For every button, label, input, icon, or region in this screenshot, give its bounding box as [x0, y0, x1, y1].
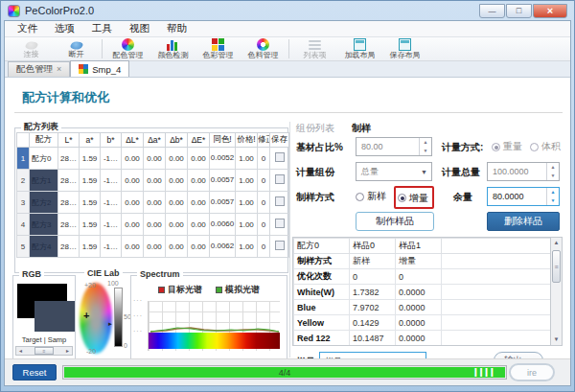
- value-cell[interactable]: 0: [258, 170, 270, 192]
- value-cell[interactable]: 0.00: [122, 170, 144, 192]
- value-cell[interactable]: 28…: [58, 236, 80, 258]
- value-cell[interactable]: 1.00: [236, 170, 258, 192]
- maximize-button[interactable]: [506, 4, 532, 18]
- value-cell[interactable]: -1…: [101, 148, 122, 170]
- menu-file[interactable]: 文件: [9, 21, 46, 36]
- result-row[interactable]: 制样方式新样增量: [294, 254, 551, 269]
- value-cell[interactable]: 1.59: [80, 236, 101, 258]
- spin-down-icon[interactable]: ▼: [547, 196, 559, 205]
- value-cell[interactable]: 1.00: [236, 214, 258, 236]
- value-cell[interactable]: 0.00: [144, 214, 166, 236]
- result-row[interactable]: Blue7.97020.0000: [294, 300, 551, 315]
- formula-name[interactable]: 配方3: [30, 214, 58, 236]
- tab-smp4[interactable]: Smp_4: [70, 60, 129, 77]
- value-cell[interactable]: -1…: [101, 170, 122, 192]
- formula-row[interactable]: 4配方328…1.59-1…0.000.000.000.000.00601.00…: [17, 214, 289, 236]
- spin-up-icon[interactable]: ▲: [547, 188, 559, 196]
- formula-name[interactable]: 配方1: [30, 170, 58, 192]
- value-cell[interactable]: 0.00: [144, 236, 166, 258]
- minimize-button[interactable]: [479, 4, 505, 18]
- weight-radio[interactable]: 重量: [492, 140, 522, 153]
- value-cell[interactable]: 0.00: [122, 214, 144, 236]
- formula-name[interactable]: 配方4: [30, 236, 58, 258]
- value-cell[interactable]: 0: [258, 148, 270, 170]
- make-sample-button[interactable]: 制作样品: [356, 212, 434, 231]
- value-cell[interactable]: 0.00: [144, 192, 166, 214]
- value-cell[interactable]: 1.00: [236, 148, 258, 170]
- formula-row[interactable]: 1配方028…1.59-1…0.000.000.000.000.00521.00…: [17, 148, 289, 170]
- value-cell[interactable]: 0.00: [166, 192, 188, 214]
- save-checkbox[interactable]: [275, 174, 285, 184]
- row-number[interactable]: 3: [17, 192, 30, 214]
- value-cell[interactable]: 1.59: [80, 170, 101, 192]
- close-button[interactable]: [533, 4, 567, 18]
- scroll-down-icon[interactable]: ▼: [554, 334, 560, 345]
- value-cell[interactable]: 0.00: [122, 192, 144, 214]
- value-cell[interactable]: 1.00: [236, 236, 258, 258]
- result-row[interactable]: Yellow0.14290.0000: [294, 315, 551, 331]
- formula-row[interactable]: 2配方128…1.59-1…0.000.000.000.000.00571.00…: [17, 170, 289, 192]
- new-sample-radio[interactable]: 新样: [356, 190, 386, 203]
- value-cell[interactable]: 1.59: [80, 148, 101, 170]
- toolbar-color-manage[interactable]: 色彩管理: [196, 37, 241, 60]
- result-table[interactable]: 配方0样品0样品1制样方式新样增量优化次数00White(W)1.73820.0…: [293, 238, 550, 346]
- value-cell[interactable]: -1…: [101, 192, 122, 214]
- scroll-thumb[interactable]: ≡: [34, 347, 54, 355]
- result-row[interactable]: Red 12210.14870.0000: [294, 331, 551, 346]
- value-cell[interactable]: 0.00: [166, 214, 188, 236]
- toolbar-color-matching[interactable]: 配色管理: [105, 37, 150, 60]
- value-cell[interactable]: 1.59: [80, 214, 101, 236]
- value-cell[interactable]: 0.0062: [210, 236, 236, 258]
- lightness-bar[interactable]: [114, 288, 123, 347]
- result-column-header[interactable]: 样品0: [350, 239, 396, 254]
- value-cell[interactable]: 0.0060: [210, 214, 236, 236]
- value-cell[interactable]: 0.00: [122, 148, 144, 170]
- row-number[interactable]: 4: [17, 214, 30, 236]
- value-cell[interactable]: 0: [258, 236, 270, 258]
- value-cell[interactable]: 0.00: [188, 236, 210, 258]
- formula-row[interactable]: 5配方428…1.59-1…0.000.000.000.000.00621.00…: [17, 236, 289, 258]
- rgb-scrollbar[interactable]: ◄ ≡ ►: [15, 346, 73, 356]
- spin-down-icon[interactable]: ▼: [420, 147, 431, 155]
- remain-spinner[interactable]: 80.0000 ▲▼: [487, 187, 560, 206]
- value-cell[interactable]: 28…: [58, 214, 80, 236]
- menu-options[interactable]: 选项: [46, 21, 83, 36]
- tab-close-icon[interactable]: ×: [57, 65, 61, 74]
- value-cell[interactable]: 28…: [58, 170, 80, 192]
- value-cell[interactable]: 0.00: [166, 148, 188, 170]
- total-spinner[interactable]: 100.0000 ▲▼: [487, 162, 560, 181]
- spin-up-icon[interactable]: ▲: [547, 163, 559, 172]
- row-number[interactable]: 1: [17, 148, 30, 170]
- value-cell[interactable]: 0.0057: [210, 192, 236, 214]
- reset-button[interactable]: Reset: [12, 364, 57, 380]
- formula-table[interactable]: 配方 L* a* b* ΔL* Δa* Δb* ΔE* 同色! 价格! 修正: …: [16, 132, 289, 258]
- value-cell[interactable]: -1…: [101, 236, 122, 258]
- value-cell[interactable]: 1.00: [236, 192, 258, 214]
- value-cell[interactable]: 0.0052: [210, 148, 236, 170]
- result-row[interactable]: White(W)1.73820.0000: [294, 285, 551, 300]
- component-dropdown[interactable]: 总量 ▼: [356, 162, 432, 181]
- spin-down-icon[interactable]: ▼: [547, 172, 559, 180]
- formula-name[interactable]: 配方2: [30, 192, 58, 214]
- value-cell[interactable]: 0: [258, 214, 270, 236]
- result-column-header[interactable]: 配方0: [294, 239, 350, 254]
- scroll-left-icon[interactable]: ◄: [16, 348, 25, 354]
- toolbar-load-layout[interactable]: 加载布局: [337, 37, 382, 60]
- save-checkbox[interactable]: [275, 219, 285, 228]
- result-column-header[interactable]: 样品1: [396, 239, 442, 254]
- value-cell[interactable]: 0.00: [188, 214, 210, 236]
- formula-name[interactable]: 配方0: [30, 148, 58, 170]
- toolbar-save-layout[interactable]: 保存布局: [382, 37, 427, 60]
- value-cell[interactable]: 0.00: [166, 236, 188, 258]
- row-number[interactable]: 2: [17, 170, 30, 192]
- save-checkbox[interactable]: [275, 241, 285, 250]
- toolbar-disconnect[interactable]: 断开: [54, 37, 99, 60]
- toolbar-colorant-manage[interactable]: 色料管理: [241, 37, 286, 60]
- value-cell[interactable]: 0.00: [122, 236, 144, 258]
- value-cell[interactable]: 0.00: [144, 148, 166, 170]
- formula-row[interactable]: 3配方228…1.59-1…0.000.000.000.000.00571.00…: [17, 192, 289, 214]
- save-checkbox[interactable]: [275, 196, 285, 206]
- title-bar[interactable]: PeColorPro2.0: [4, 1, 571, 20]
- menu-tools[interactable]: 工具: [83, 21, 121, 36]
- value-cell[interactable]: 0.00: [166, 170, 188, 192]
